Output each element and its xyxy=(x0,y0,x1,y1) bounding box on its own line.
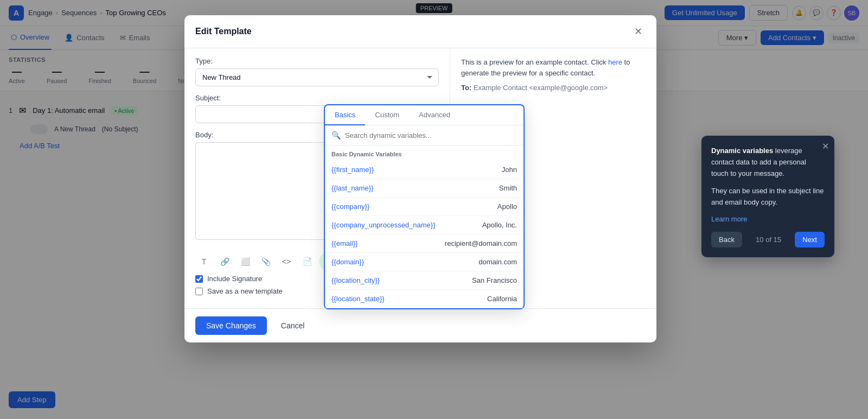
toolbar-link-btn[interactable]: 🔗 xyxy=(216,253,233,270)
dyn-val-first-name: John xyxy=(502,166,517,174)
preview-to: To: Example Contact <example@google.com> xyxy=(461,84,646,92)
tooltip-back-btn[interactable]: Back xyxy=(711,232,742,247)
dyn-search-input[interactable] xyxy=(345,131,517,139)
dyn-val-domain: domain.com xyxy=(478,258,517,266)
tooltip-pagination: 10 of 15 xyxy=(756,236,781,244)
preview-to-label: To: xyxy=(461,84,474,92)
dyn-val-last-name: Smith xyxy=(499,184,517,192)
dyn-val-state: California xyxy=(487,295,517,303)
dyn-val-city: San Francisco xyxy=(472,276,517,284)
tooltip-footer: Back 10 of 15 Next xyxy=(711,232,825,247)
dyn-var-email: {{email}} xyxy=(331,239,358,247)
toolbar-text-btn[interactable]: T xyxy=(195,253,213,270)
dyn-val-company-unprocessed: Apollo, Inc. xyxy=(482,221,517,229)
dyn-tab-custom[interactable]: Custom xyxy=(365,105,409,125)
dyn-row-company-unprocessed[interactable]: {{company_unprocessed_name}} Apollo, Inc… xyxy=(325,216,524,234)
dyn-var-first-name: {{first_name}} xyxy=(331,166,374,174)
type-select[interactable]: New Thread Reply Follow-up xyxy=(195,68,439,86)
cancel-btn[interactable]: Cancel xyxy=(272,316,314,335)
dyn-row-first-name[interactable]: {{first_name}} John xyxy=(325,161,524,179)
toolbar-image-btn[interactable]: ⬜ xyxy=(237,253,254,270)
save-template-checkbox[interactable] xyxy=(195,288,203,295)
modal-footer: Save Changes Cancel xyxy=(184,308,656,342)
dynamic-variables-popup: Basics Custom Advanced 🔍 Basic Dynamic V… xyxy=(324,104,525,309)
tooltip-title-bold: Dynamic variables xyxy=(711,147,773,155)
preview-to-value: Example Contact <example@google.com> xyxy=(474,84,608,92)
save-changes-btn[interactable]: Save Changes xyxy=(195,316,267,335)
dyn-tab-advanced[interactable]: Advanced xyxy=(409,105,460,125)
dyn-var-city: {{location_city}} xyxy=(331,276,380,284)
toolbar-attach-btn[interactable]: 📎 xyxy=(257,253,275,270)
dynamic-variables-tooltip: ✕ Dynamic variables leverage contact dat… xyxy=(701,136,834,257)
dyn-var-company-unprocessed: {{company_unprocessed_name}} xyxy=(331,221,436,229)
preview-link[interactable]: here xyxy=(608,58,622,66)
toolbar-code-btn[interactable]: <> xyxy=(278,253,295,270)
dyn-search-bar: 🔍 xyxy=(325,125,524,145)
type-group: Type: New Thread Reply Follow-up xyxy=(195,57,439,86)
dyn-row-state[interactable]: {{location_state}} California xyxy=(325,290,524,308)
dyn-tabs: Basics Custom Advanced xyxy=(325,105,524,125)
dyn-var-last-name: {{last_name}} xyxy=(331,184,373,192)
dyn-section-label: Basic Dynamic Variables xyxy=(325,145,524,161)
dyn-var-state: {{location_state}} xyxy=(331,295,385,303)
include-signature-label: Include Signature xyxy=(207,275,262,283)
modal-title: Edit Template xyxy=(195,27,252,36)
save-template-label: Save as a new template xyxy=(207,287,283,295)
tooltip-learn-more-link[interactable]: Learn more xyxy=(711,215,825,223)
dyn-var-company: {{company}} xyxy=(331,202,369,211)
dyn-row-last-name[interactable]: {{last_name}} Smith xyxy=(325,179,524,198)
dyn-row-domain[interactable]: {{domain}} domain.com xyxy=(325,253,524,271)
subject-label: Subject: xyxy=(195,94,439,102)
tooltip-body-p2: They can be used in the subject line and… xyxy=(711,186,825,208)
include-signature-checkbox[interactable] xyxy=(195,275,203,283)
search-icon: 🔍 xyxy=(331,131,341,139)
dyn-val-email: recipient@domain.com xyxy=(445,239,517,247)
tooltip-close-btn[interactable]: ✕ xyxy=(822,141,829,151)
modal-close-btn[interactable]: ✕ xyxy=(630,24,646,39)
dyn-tab-basics[interactable]: Basics xyxy=(325,105,365,125)
dyn-val-company: Apollo xyxy=(497,202,517,211)
preview-text-before: This is a preview for an example contact… xyxy=(461,58,606,66)
dyn-variables-list: {{first_name}} John {{last_name}} Smith … xyxy=(325,161,524,308)
dyn-row-email[interactable]: {{email}} recipient@domain.com xyxy=(325,234,524,253)
type-label: Type: xyxy=(195,57,439,65)
tooltip-next-btn[interactable]: Next xyxy=(795,232,825,247)
dyn-var-domain: {{domain}} xyxy=(331,258,364,266)
dyn-row-city[interactable]: {{location_city}} San Francisco xyxy=(325,271,524,290)
dyn-row-company[interactable]: {{company}} Apollo xyxy=(325,198,524,216)
preview-description: This is a preview for an example contact… xyxy=(461,57,646,78)
modal-header: Edit Template ✕ xyxy=(184,15,656,48)
tooltip-body-text: Dynamic variables leverage contact data … xyxy=(711,145,825,179)
toolbar-copy-btn[interactable]: 📄 xyxy=(298,253,316,270)
